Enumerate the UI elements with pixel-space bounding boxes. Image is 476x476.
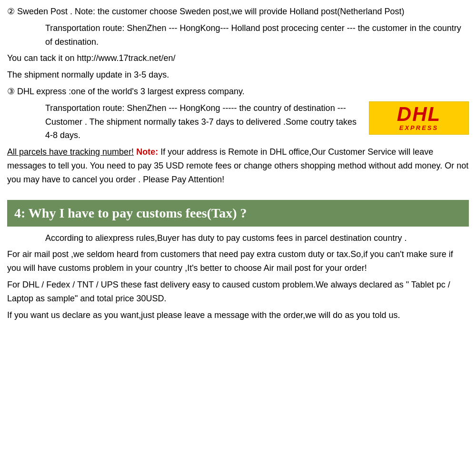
- customs-para2: For air mail post ,we seldom heard from …: [7, 248, 469, 275]
- note-label: Note:: [136, 147, 158, 157]
- customs-para4: If you want us declare as you want,just …: [7, 308, 469, 322]
- tracking-url-line: You can tack it on http://www.17track.ne…: [7, 51, 469, 65]
- tracking-note-line: All parcels have tracking number! Note: …: [7, 145, 469, 186]
- transport-route-1: Transportation route: ShenZhen --- HongK…: [7, 21, 469, 49]
- dhl-express-line: ③ DHL express :one of the world's 3 larg…: [7, 85, 469, 99]
- customs-section: According to aliexpress rules,Buyer has …: [7, 231, 469, 322]
- customs-para1: According to aliexpress rules,Buyer has …: [7, 231, 469, 245]
- dhl-logo-text: DHL: [397, 104, 441, 124]
- shipment-update-line: The shipment normally update in 3-5 days…: [7, 68, 469, 82]
- customs-fees-heading: 4: Why I have to pay customs fees(Tax) ?: [7, 200, 469, 227]
- dhl-express-label: EXPRESS: [399, 124, 438, 131]
- dhl-logo: DHL EXPRESS: [369, 101, 469, 135]
- tracking-underline: All parcels have tracking number!: [7, 147, 134, 157]
- customs-para3: For DHL / Fedex / TNT / UPS these fast d…: [7, 278, 469, 306]
- dhl-route-block: DHL EXPRESS Transportation route: ShenZh…: [7, 101, 469, 145]
- section-sweden-dhl: ② Sweden Post . Note: the customer choos…: [7, 5, 469, 194]
- sweden-post-line: ② Sweden Post . Note: the customer choos…: [7, 5, 469, 19]
- dhl-logo-box: DHL EXPRESS: [369, 101, 469, 135]
